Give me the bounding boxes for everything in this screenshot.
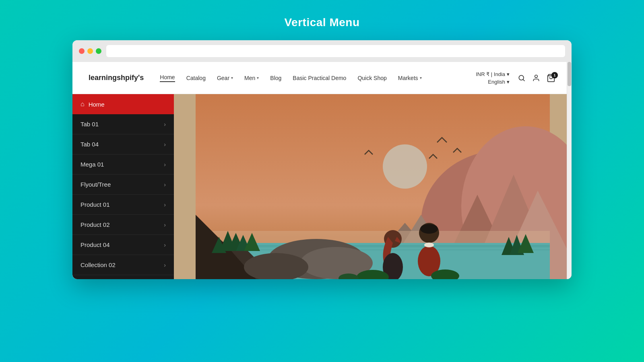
nav-item-catalog[interactable]: Catalog [186, 75, 206, 81]
svg-point-35 [424, 243, 434, 247]
sidebar-chevron-tab04: › [164, 141, 166, 148]
sidebar-label-product02: Product 02 [80, 221, 110, 228]
sidebar-chevron-collection02: › [164, 262, 166, 268]
sidebar-item-collection02[interactable]: Collection 02 › [72, 255, 174, 275]
nav-item-blog[interactable]: Blog [270, 75, 281, 81]
sidebar-home-label: Home [89, 101, 105, 108]
sidebar-item-tab04[interactable]: Tab 04 › [72, 134, 174, 154]
sidebar-home-item[interactable]: ⌂ Home [72, 94, 174, 114]
language-label: English [488, 79, 505, 85]
nav-item-quickshop[interactable]: Quick Shop [357, 75, 386, 81]
sidebar-label-tab04: Tab 04 [80, 141, 99, 148]
nav-item-markets[interactable]: Markets ▾ [398, 75, 422, 81]
search-button[interactable] [518, 74, 526, 82]
men-chevron-icon: ▾ [257, 76, 259, 80]
gear-chevron-icon: ▾ [231, 76, 233, 80]
nav-item-demo[interactable]: Basic Practical Demo [293, 75, 346, 81]
sidebar-label-product04: Product 04 [80, 241, 110, 248]
currency-chevron-icon: ▾ [507, 71, 510, 77]
header-icons: 1 [518, 74, 555, 82]
main-content: ⌂ Home Tab 01 › Tab 04 › Mega 01 › Flyou… [72, 94, 572, 279]
hero-illustration [174, 94, 572, 279]
sidebar-label-collection02: Collection 02 [80, 261, 116, 268]
sidebar-chevron-tab01: › [164, 121, 166, 128]
hero-area [174, 94, 572, 279]
search-icon [518, 74, 526, 82]
account-icon [532, 74, 540, 82]
header-right: INR ₹ | India ▾ English ▾ [476, 71, 510, 85]
sidebar-label-product01: Product 01 [80, 201, 110, 208]
browser-content: learningshpify's Home Catalog Gear ▾ Men… [72, 62, 572, 279]
svg-point-0 [519, 75, 524, 80]
sidebar-chevron-flyouttree: › [164, 181, 166, 188]
sidebar-chevron-mega01: › [164, 161, 166, 168]
currency-selector[interactable]: INR ₹ | India ▾ [476, 71, 510, 77]
cart-badge: 1 [551, 72, 558, 78]
sidebar-label-flyouttree: Flyout/Tree [80, 181, 111, 188]
home-icon: ⌂ [80, 101, 85, 108]
sidebar-chevron-product02: › [164, 222, 166, 228]
svg-point-33 [420, 224, 438, 234]
sidebar: ⌂ Home Tab 01 › Tab 04 › Mega 01 › Flyou… [72, 94, 174, 279]
sidebar-item-product04[interactable]: Product 04 › [72, 235, 174, 255]
svg-line-1 [523, 79, 525, 81]
nav-item-men[interactable]: Men ▾ [244, 75, 259, 81]
sidebar-item-tab01[interactable]: Tab 01 › [72, 114, 174, 134]
scrollbar[interactable] [567, 94, 572, 279]
sidebar-chevron-product01: › [164, 202, 166, 208]
nav-item-home[interactable]: Home [160, 74, 175, 82]
cart-button[interactable]: 1 [547, 74, 555, 82]
dot-yellow[interactable] [87, 48, 93, 54]
sidebar-label-mega01: Mega 01 [80, 161, 104, 168]
address-bar[interactable] [106, 45, 565, 57]
svg-point-12 [383, 144, 427, 189]
nav-item-gear[interactable]: Gear ▾ [217, 75, 233, 81]
store-header: learningshpify's Home Catalog Gear ▾ Men… [72, 62, 572, 94]
store-logo: learningshpify's [89, 74, 144, 82]
currency-label: INR ₹ | India [476, 71, 505, 77]
sidebar-item-mega01[interactable]: Mega 01 › [72, 154, 174, 175]
sidebar-item-collection03[interactable]: Collection 03 › [72, 275, 174, 279]
page-title: Vertical Menu [284, 16, 359, 29]
language-chevron-icon: ▾ [507, 79, 510, 85]
main-nav: Home Catalog Gear ▾ Men ▾ Blog Basic Pra… [160, 74, 476, 82]
sidebar-label-tab01: Tab 01 [80, 121, 99, 128]
language-selector[interactable]: English ▾ [488, 79, 510, 85]
sidebar-chevron-product04: › [164, 242, 166, 248]
browser-window: learningshpify's Home Catalog Gear ▾ Men… [72, 40, 572, 279]
sidebar-item-product02[interactable]: Product 02 › [72, 215, 174, 235]
markets-chevron-icon: ▾ [420, 76, 422, 80]
sidebar-item-flyouttree[interactable]: Flyout/Tree › [72, 175, 174, 195]
sidebar-item-product01[interactable]: Product 01 › [72, 195, 174, 215]
dot-red[interactable] [79, 48, 85, 54]
svg-point-2 [535, 75, 538, 78]
browser-chrome [72, 40, 572, 62]
browser-dots [79, 48, 101, 54]
dot-green[interactable] [96, 48, 101, 54]
account-button[interactable] [532, 74, 540, 82]
